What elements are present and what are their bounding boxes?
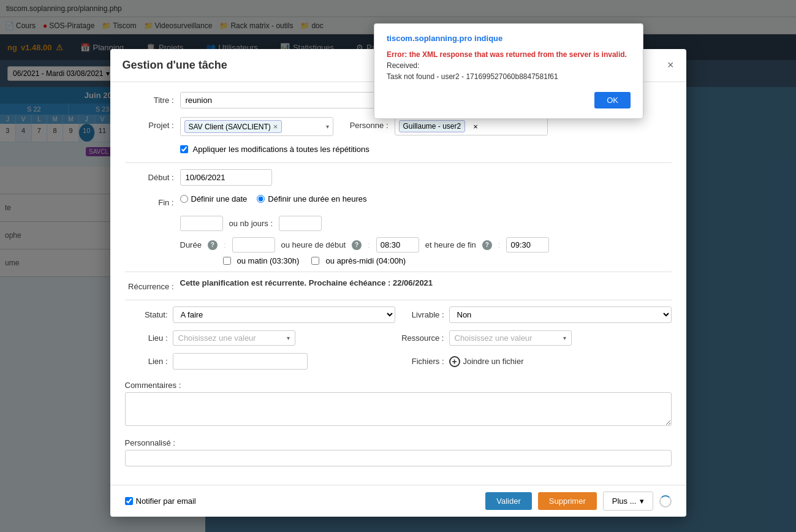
nb-jours-row: ou nb jours :	[180, 216, 672, 231]
lieu-ressource-row: Lieu : Choisissez une valeur ▾ Ressource…	[125, 330, 672, 346]
titre-label: Titre :	[125, 92, 174, 105]
lieu-pair: Lieu : Choisissez une valeur ▾	[125, 330, 395, 346]
lieu-dropdown-arrow: ▾	[287, 335, 290, 341]
person-tag: Guillaume - user2	[399, 120, 466, 132]
ou-heure-debut-label: ou heure de début	[281, 240, 346, 249]
nb-jours-input[interactable]	[279, 216, 322, 231]
fin-label: Fin :	[125, 194, 174, 207]
alert-body: Error: the XML response that was returne…	[387, 49, 631, 82]
plus-icon: +	[449, 356, 460, 367]
apply-modifications-checkbox[interactable]	[180, 145, 188, 153]
debut-label: Début :	[125, 169, 174, 182]
et-heure-fin-label: et heure de fin	[425, 240, 476, 249]
statut-label: Statut:	[125, 310, 168, 319]
livrable-pair: Livrable : Non Oui	[401, 306, 672, 323]
projet-label: Projet :	[125, 117, 174, 130]
modal-footer: Notifier par email Valider Supprimer Plu…	[110, 485, 686, 517]
ressource-placeholder: Choisissez une valeur	[455, 333, 533, 343]
fin-row: Fin : Définir une date Définir une durée…	[125, 194, 672, 207]
alert-ok-button[interactable]: OK	[594, 92, 631, 108]
ressource-label: Ressource :	[401, 333, 444, 343]
alert-site-label: tiscom.soplanning.pro	[387, 34, 472, 43]
projet-personne-row: Projet : SAV Client (SAVCLIENT) × ▾ Pers…	[125, 117, 672, 136]
personne-label: Personne :	[339, 117, 389, 130]
duree-input[interactable]	[232, 237, 275, 253]
heure-fin-input[interactable]	[506, 237, 549, 253]
ressource-pair: Ressource : Choisissez une valeur ▾	[401, 330, 672, 346]
fichiers-pair: Fichiers : + Joindre un fichier	[401, 356, 672, 367]
plus-chevron-icon: ▾	[640, 496, 644, 506]
modal-title: Gestion d'une tâche	[123, 59, 227, 72]
fichiers-label: Fichiers :	[401, 357, 444, 366]
remove-project-icon[interactable]: ×	[273, 122, 278, 131]
projet-select[interactable]: SAV Client (SAVCLIENT) × ▾	[180, 117, 333, 136]
ressource-select[interactable]: Choisissez une valeur ▾	[449, 330, 572, 346]
remove-person-icon[interactable]: ×	[473, 122, 478, 131]
statut-select[interactable]: A faire En cours Terminé Annulé	[173, 306, 395, 323]
valider-button[interactable]: Valider	[485, 492, 532, 510]
debut-row: Début :	[125, 169, 672, 186]
statut-pair: Statut: A faire En cours Terminé Annulé	[125, 306, 395, 323]
recurrence-text: Cette planification est récurrente. Proc…	[180, 278, 433, 287]
alert-verb: indique	[474, 34, 502, 43]
ou-nb-jours-label: ou nb jours :	[229, 219, 273, 228]
alert-error-line1: Error: the XML response that was returne…	[387, 50, 627, 59]
personnalise-input[interactable]	[125, 450, 672, 466]
joindre-text: Joindre un fichier	[463, 357, 524, 366]
plus-button[interactable]: Plus ... ▾	[603, 492, 653, 511]
lieu-label: Lieu :	[125, 333, 168, 343]
lien-pair: Lien :	[125, 353, 395, 370]
fin-option-date[interactable]: Définir une date	[180, 194, 248, 203]
notify-email-checkbox[interactable]	[125, 497, 133, 505]
notify-checkbox-wrapper: Notifier par email	[125, 496, 196, 506]
notify-email-label: Notifier par email	[136, 496, 196, 506]
lien-label: Lien :	[125, 357, 168, 366]
fin-radio-date[interactable]	[180, 195, 188, 203]
ressource-dropdown-arrow: ▾	[563, 335, 566, 341]
personne-select[interactable]: Guillaume - user2 ×	[395, 117, 548, 135]
apply-checkbox-row: Appliquer les modifications à toutes les…	[180, 145, 672, 154]
modal-body: Titre : Projet : SAV Client (SAVCLIENT) …	[110, 82, 686, 485]
matin-checkbox[interactable]	[223, 257, 231, 265]
heure-debut-help-icon[interactable]: ?	[352, 240, 362, 250]
apply-label: Appliquer les modifications à toutes les…	[193, 145, 370, 154]
project-tag: SAV Client (SAVCLIENT) ×	[184, 120, 282, 133]
modal-close-button[interactable]: ×	[667, 59, 674, 72]
lieu-select[interactable]: Choisissez une valeur ▾	[173, 330, 295, 346]
fin-radio-duree[interactable]	[257, 195, 265, 203]
ou-matin-label: ou matin (03:30h)	[237, 256, 300, 265]
task-modal: Gestion d'une tâche × Titre : Projet : S…	[110, 49, 686, 517]
loading-spinner	[659, 495, 672, 507]
heure-debut-input[interactable]	[376, 237, 419, 253]
alert-received-label: Received:	[387, 61, 419, 70]
supprimer-button[interactable]: Supprimer	[538, 492, 597, 510]
duree-help-icon[interactable]: ?	[208, 240, 218, 250]
alert-title: tiscom.soplanning.pro indique	[387, 34, 631, 43]
joindre-fichier-button[interactable]: + Joindre un fichier	[449, 356, 524, 367]
livrable-label: Livrable :	[401, 310, 444, 319]
matin-apres-midi-row: ou matin (03:30h) ou après-midi (04:00h)	[223, 256, 672, 265]
fin-radio-group: Définir une date Définir une durée en he…	[180, 194, 367, 203]
statut-livrable-row: Statut: A faire En cours Terminé Annulé …	[125, 306, 672, 323]
ou-apres-midi-label: ou après-midi (04:00h)	[325, 256, 406, 265]
commentaires-row: Commentaires :	[125, 377, 672, 426]
livrable-select[interactable]: Non Oui	[449, 306, 672, 323]
apres-midi-checkbox[interactable]	[311, 257, 319, 265]
heure-fin-help-icon[interactable]: ?	[482, 240, 492, 250]
lien-fichiers-row: Lien : Fichiers : + Joindre un fichier	[125, 353, 672, 370]
commentaires-label: Commentaires :	[125, 377, 181, 390]
commentaires-textarea[interactable]	[125, 392, 672, 426]
lieu-placeholder: Choisissez une valeur	[178, 333, 256, 343]
debut-input[interactable]	[180, 169, 272, 186]
lien-input[interactable]	[173, 353, 308, 370]
recurrence-label: Récurrence :	[125, 278, 174, 291]
alert-error-line2: Task not found - user2 - 171699527060b88…	[387, 72, 558, 81]
fin-option-duree[interactable]: Définir une durée en heures	[257, 194, 366, 203]
heures-input[interactable]	[180, 216, 223, 231]
duree-label: Durée	[180, 240, 202, 249]
duree-row: Durée ? : ou heure de début ? : et heure…	[180, 237, 672, 253]
recurrence-row: Récurrence : Cette planification est réc…	[125, 278, 672, 291]
project-dropdown-arrow: ▾	[326, 123, 329, 130]
personnalise-label: Personnalisé :	[125, 435, 175, 447]
alert-dialog: tiscom.soplanning.pro indique Error: the…	[374, 23, 643, 119]
